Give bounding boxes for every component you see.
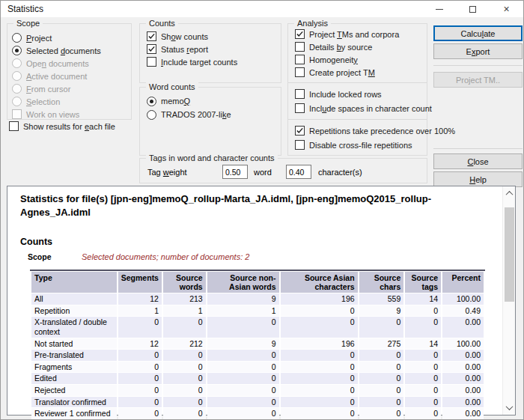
calculate-button[interactable]: Calculate [433, 25, 523, 41]
statistics-dialog: Statistics × Scope ProjectSelected docum… [0, 0, 524, 420]
checkbox-control[interactable] [295, 67, 305, 77]
checkbox-control[interactable] [295, 29, 305, 39]
option-label: Include spaces in character count [309, 104, 432, 113]
scrollbar-thumb[interactable] [505, 207, 514, 302]
checkbox-details-by-source[interactable]: Details by source [295, 40, 427, 53]
table-cell: 0 [281, 305, 358, 317]
tag-weight-word-input[interactable] [222, 165, 248, 179]
column-header-source-chars: Source chars [359, 272, 404, 293]
table-header-row: TypeSegmentsSource wordsSource non-Asian… [31, 272, 484, 293]
table-cell: 213 [163, 293, 206, 305]
close-dialog-button[interactable]: Close [433, 153, 523, 169]
analysis-section-1: Project TMs and corporaDetails by source… [288, 24, 427, 82]
titlebar: Statistics × [1, 1, 523, 17]
option-label: Status report [161, 45, 208, 54]
counts-group-label: Counts [146, 19, 178, 28]
radio-active-document: Active document [12, 70, 131, 82]
help-button[interactable]: Help [433, 171, 523, 187]
counts-group: Counts Show countsStatus reportInclude t… [139, 23, 281, 83]
checkbox-include-spaces-in-character-count[interactable]: Include spaces in character count [295, 101, 427, 115]
checkbox-control[interactable] [295, 140, 305, 150]
button-separator [433, 148, 523, 149]
table-cell: 0 [405, 373, 441, 384]
checkbox-repetitions-take-precedence-over-100[interactable]: Repetitions take precedence over 100% [295, 124, 427, 138]
table-cell: 9 [207, 293, 279, 305]
maximize-button[interactable] [456, 1, 490, 17]
checkbox-create-project-tm[interactable]: Create project TM [295, 66, 427, 79]
table-cell: 0 [359, 317, 404, 337]
tags-group: Tags in word and character counts Tag we… [139, 158, 427, 183]
column-header-source-tags: Source tags [405, 272, 441, 293]
radio-selected-documents[interactable]: Selected documents [12, 44, 131, 57]
radio-control [12, 97, 22, 106]
option-label: Active document [26, 72, 87, 81]
checkbox-show-results-for-each-file[interactable]: Show results for each file [9, 120, 115, 133]
table-cell: 0 [163, 397, 206, 408]
table-cell: 0 [405, 397, 441, 408]
table-cell: 0 [163, 408, 206, 419]
minimize-icon [436, 9, 443, 10]
option-label: Show results for each file [23, 122, 115, 131]
table-cell: 0 [281, 408, 358, 419]
radio-control [12, 58, 22, 68]
table-cell: 0 [281, 362, 358, 373]
checkbox-control[interactable] [295, 55, 305, 64]
tag-weight-char-input[interactable] [286, 165, 311, 179]
option-label: From cursor [26, 85, 70, 94]
option-label: Selection [26, 97, 60, 106]
table-row-all: All12213919655914100.00 [31, 293, 484, 305]
table-row-translator-confirmed: Translator confirmed0000000.00 [31, 397, 484, 408]
checkbox-disable-cross-file-repetitions[interactable]: Disable cross-file repetitions [295, 138, 427, 152]
radio-control[interactable] [147, 97, 156, 106]
table-cell: 0 [163, 350, 206, 361]
checkbox-project-tms-and-corpora[interactable]: Project TMs and corpora [295, 28, 427, 40]
checkbox-control[interactable] [295, 89, 305, 99]
checkbox-control[interactable] [295, 126, 305, 136]
window-title: Statistics [7, 4, 43, 14]
vertical-scrollbar[interactable] [502, 186, 515, 415]
export-button[interactable]: Export [433, 43, 523, 59]
scroll-up-button[interactable] [503, 187, 516, 200]
radio-project[interactable]: Project [12, 31, 131, 44]
scroll-down-button[interactable] [503, 401, 516, 414]
table-cell: 0 [207, 317, 279, 337]
checkbox-include-locked-rows[interactable]: Include locked rows [295, 87, 427, 101]
close-button[interactable]: × [490, 1, 523, 17]
column-header-segments: Segments [118, 272, 162, 293]
table-cell: 0 [207, 350, 279, 361]
checkbox-control[interactable] [147, 57, 156, 67]
checkbox-homogeneity[interactable]: Homogeneity [295, 53, 427, 66]
tags-group-label: Tags in word and character counts [146, 153, 278, 162]
table-cell: 0 [359, 362, 404, 373]
checkbox-show-counts[interactable]: Show counts [147, 30, 281, 43]
radio-memoq[interactable]: memoQ [147, 94, 281, 108]
checkbox-control[interactable] [295, 103, 305, 113]
table-cell: Pre-translated [31, 350, 117, 361]
checkbox-include-target-counts[interactable]: Include target counts [147, 55, 281, 68]
project-tm-button: Project TM.. [433, 72, 523, 88]
table-cell: 0 [207, 408, 279, 419]
minimize-button[interactable] [422, 1, 456, 17]
table-cell: 0 [281, 350, 358, 361]
scope-value: Selected documents; number of documents:… [82, 252, 249, 261]
scope-group-label: Scope [13, 19, 43, 28]
radio-control[interactable] [12, 33, 22, 43]
table-cell: 0 [405, 317, 441, 337]
checkbox-control[interactable] [9, 121, 19, 131]
table-cell: 0 [405, 408, 441, 419]
table-cell: 9 [207, 338, 279, 350]
table-cell: 1 [118, 305, 162, 317]
table-cell: 212 [163, 338, 206, 350]
radio-control[interactable] [147, 110, 156, 120]
radio-control[interactable] [12, 46, 22, 55]
table-cell: 12 [118, 293, 162, 305]
table-cell: 1 [163, 305, 206, 317]
checkbox-control[interactable] [295, 42, 305, 52]
radio-trados-2007-like[interactable]: TRADOS 2007-like [147, 108, 281, 121]
checkbox-status-report[interactable]: Status report [147, 43, 281, 55]
checkbox-control[interactable] [147, 31, 156, 41]
table-cell: 0 [405, 305, 441, 317]
checkbox-control[interactable] [147, 44, 156, 54]
table-cell: 196 [281, 293, 358, 305]
table-cell: Fragments [31, 362, 117, 373]
